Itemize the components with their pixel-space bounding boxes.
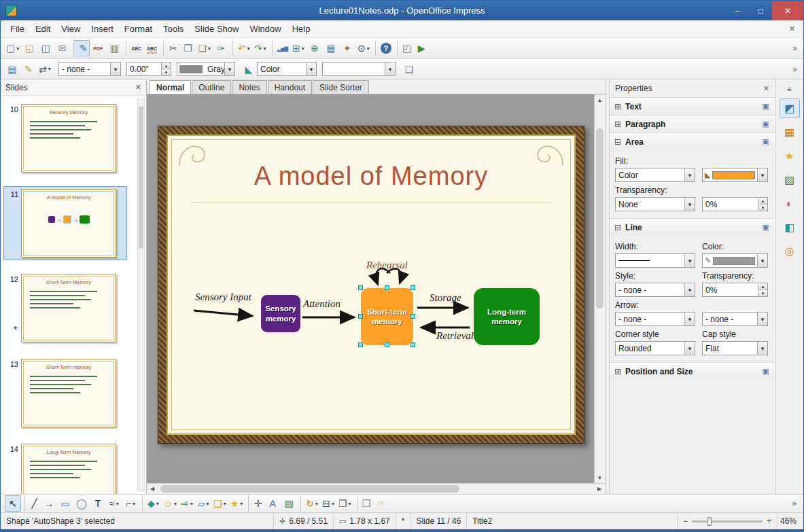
draw-tool-ellipse[interactable]: ◯ ▾ (73, 495, 90, 512)
label-retrieval[interactable]: Retrieval (436, 330, 474, 342)
label-rehearsal[interactable]: Rehearsal (366, 260, 408, 271)
draw-tool-symbol-shapes[interactable]: ☺ ▾ (161, 495, 179, 512)
thumbnail-preview[interactable]: Short-Term Memory →→ (21, 274, 116, 342)
position-size-dialog-launcher-icon[interactable] (761, 367, 770, 376)
draw-tool-alignment[interactable]: ⊟ ▾ (320, 495, 336, 512)
thumbnail-preview[interactable]: Sensory Memory →→ (21, 104, 116, 173)
dropdown-arrow-icon[interactable] (757, 313, 767, 325)
slide-thumbnail-12[interactable]: 12 ✦ Short-Term Memory →→ (3, 271, 127, 345)
draw-tool-arrange[interactable]: ❐ ▾ (336, 495, 353, 512)
sidebar-tab-master-pages[interactable]: ▦ (780, 122, 800, 142)
selection-handle[interactable] (385, 342, 389, 347)
scroll-right-icon[interactable]: ▶ (594, 484, 605, 495)
draw-tool-callouts[interactable]: ❑ ▾ (211, 495, 228, 512)
line-dialog-launcher-icon[interactable] (761, 223, 770, 232)
fill-type-select[interactable]: Color (615, 168, 695, 182)
slide[interactable]: A model of Memory (158, 126, 584, 444)
line-width-select[interactable] (615, 253, 695, 268)
toolbar-button-undo[interactable]: ↶ ▾ (232, 40, 252, 56)
sidebar-tab-navigator[interactable]: ◎ (780, 241, 800, 261)
slide-thumbnail-11[interactable]: 11 ✦ A model of Memory →→ (3, 186, 127, 260)
toolbar-button-save[interactable]: ◫ ▾ (37, 40, 54, 56)
dropdown-arrow-icon[interactable] (684, 198, 695, 211)
collapse-icon[interactable]: ⊟ (614, 224, 621, 232)
line-width-spinner[interactable]: 0.00" ▲▼ (126, 62, 171, 76)
dropdown-arrow-icon[interactable] (757, 169, 767, 181)
sidebar-settings-icon[interactable]: ≡ (784, 84, 794, 94)
toolbar-button-print[interactable]: ▥ ▾ (106, 40, 122, 56)
menu-file[interactable]: File (5, 21, 30, 37)
horizontal-scrollbar[interactable]: ◀ ▶ (147, 483, 605, 494)
spinner-arrows-icon[interactable]: ▲▼ (758, 198, 767, 211)
selection-handle[interactable] (410, 285, 415, 290)
minimize-button[interactable]: – (726, 1, 749, 20)
draw-tool-from-file[interactable]: ▨ ▾ (281, 495, 297, 512)
slides-panel-close-icon[interactable]: ✕ (135, 83, 141, 92)
zoom-slider[interactable]: − + (678, 513, 777, 529)
slide-canvas[interactable]: A model of Memory (147, 94, 594, 483)
zoom-percentage[interactable]: 46% (777, 516, 803, 526)
slide-template-status[interactable]: Title2 (467, 513, 678, 529)
short-term-memory-box[interactable]: Short-term memory (361, 288, 413, 345)
toolbar-button-display-grid[interactable]: ▦ ▾ (323, 40, 339, 56)
toolbar-button-open[interactable]: ◱ ▾ (21, 40, 37, 56)
draw-tool-select[interactable]: ↖ ▾ (5, 495, 21, 512)
draw-tool-curve[interactable]: ≈ ▾ (106, 495, 122, 512)
scroll-up-icon[interactable]: ▲ (595, 94, 606, 105)
draw-tool-interaction[interactable]: ☞ ▾ (373, 495, 389, 512)
zoom-slider-thumb[interactable] (707, 517, 712, 526)
tab-normal[interactable]: Normal (150, 80, 191, 94)
thumbnail-preview[interactable]: A model of Memory →→ (21, 189, 116, 258)
line-color-select[interactable]: ✎ (702, 253, 768, 268)
draw-tool-line-arrow-end[interactable]: → ▾ (41, 495, 57, 512)
zoom-in-icon[interactable]: + (767, 516, 771, 526)
label-sensory-input[interactable]: Sensory Input (195, 291, 251, 303)
line-dialog-button[interactable]: ✎ (20, 61, 37, 77)
scroll-left-icon[interactable]: ◀ (147, 484, 158, 495)
toolbar-button-email[interactable]: ✉ ▾ (54, 40, 70, 56)
transparency-type-select[interactable]: None (615, 197, 695, 211)
long-term-memory-box[interactable]: Long-term memory (474, 288, 540, 345)
toolbar-button-help[interactable]: ? ▾ (375, 40, 394, 56)
toolbar-button-redo[interactable]: ↷ ▾ (252, 40, 268, 56)
dropdown-arrow-icon[interactable] (757, 254, 767, 267)
draw-tool-edit-points[interactable]: ✛ ▾ (248, 495, 264, 512)
menu-slide-show[interactable]: Slide Show (189, 21, 244, 37)
arrow-style-button[interactable]: ⇄▾ (37, 61, 53, 77)
fill-color-select[interactable]: ◣ (702, 168, 768, 182)
draw-tool-rectangle[interactable]: ▭ ▾ (57, 495, 73, 512)
label-storage[interactable]: Storage (430, 292, 461, 304)
slide-thumbnail-13[interactable]: 13 ✦ Short-Term memory →→ (3, 356, 127, 430)
menu-view[interactable]: View (56, 21, 86, 37)
tab-slide-sorter[interactable]: Slide Sorter (313, 80, 369, 94)
toolbar-button-spelling[interactable]: ABC ▾ (126, 40, 143, 56)
collapse-icon[interactable]: ⊟ (614, 138, 621, 146)
toolbar-button-chart[interactable]: ▂▅▇ ▾ (272, 40, 290, 56)
line-style-select[interactable]: - none - (58, 62, 121, 76)
spinner-arrows-icon[interactable]: ▲▼ (161, 63, 171, 75)
dropdown-arrow-icon[interactable] (684, 342, 695, 355)
expand-icon[interactable]: ⊞ (614, 120, 621, 128)
scrollbar-thumb[interactable] (139, 106, 143, 249)
draw-tool-basic-shapes[interactable]: ◆ ▾ (142, 495, 161, 512)
dropdown-arrow-icon[interactable] (110, 63, 120, 75)
paragraph-dialog-launcher-icon[interactable] (761, 120, 770, 128)
toolbar-button-new[interactable]: ▢ ▾ (4, 40, 21, 56)
toolbar-button-navigator[interactable]: ✦ ▾ (339, 40, 355, 56)
toolbar-button-copy[interactable]: ❐ ▾ (179, 40, 196, 56)
sidebar-tab-properties[interactable]: ◩ (780, 99, 800, 118)
slide-thumbnail-14[interactable]: 14 ✦ Long-Term Memory →→ (3, 441, 127, 494)
thumbnail-preview[interactable]: Short-Term memory →→ (21, 359, 116, 427)
sidebar-tab-slide-transition[interactable]: ◐ (780, 194, 800, 213)
sidebar-splitter[interactable] (605, 79, 610, 494)
draw-tool-line[interactable]: ╱ ▾ (24, 495, 41, 512)
toolbar-button-clone-formatting[interactable]: ✑ ▾ (213, 40, 229, 56)
cap-style-select[interactable]: Flat (702, 341, 768, 355)
menu-tools[interactable]: Tools (158, 21, 189, 37)
scrollbar-thumb[interactable] (160, 485, 459, 493)
sidebar-tab-styles[interactable]: ◧ (780, 217, 800, 237)
sensory-memory-box[interactable]: Sensory memory (261, 295, 300, 332)
area-dialog-button[interactable]: ◣ (241, 61, 257, 77)
corner-style-select[interactable]: Rounded (615, 341, 695, 355)
styles-window-button[interactable]: ▤ (4, 61, 20, 77)
